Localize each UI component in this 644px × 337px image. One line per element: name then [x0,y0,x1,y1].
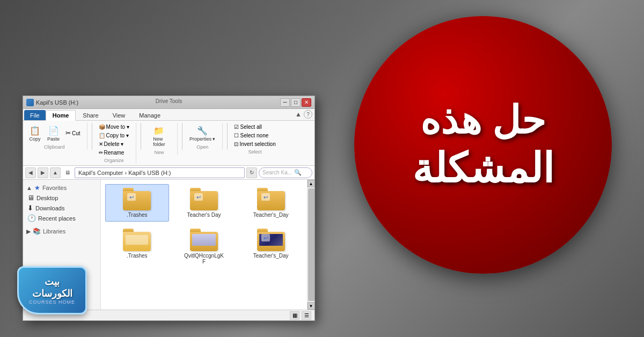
cut-button[interactable]: ✂ Cut [63,128,83,138]
ribbon-tabs: File Home Share View Manage ▲ ? [23,109,314,121]
maximize-button[interactable]: □ [291,98,301,107]
select-buttons: ☑Select all ☐Select none ⊡Invert selecti… [232,123,277,148]
desktop-label: Desktop [36,195,58,201]
clipboard-group: 📋 Copy 📄 Paste ✂ Cut Clipboard [26,123,87,150]
paste-icon: 📄 [48,124,60,136]
delete-button[interactable]: ✕Delete ▾ [97,140,131,148]
address-path[interactable]: Kapil's Computer › Kapil's USB (H:) [75,167,245,178]
tab-share[interactable]: Share [76,110,105,120]
scrollbar[interactable]: ▲ ▼ [307,180,314,310]
libraries-header[interactable]: ▶ 📚 Libraries [23,226,100,236]
file-item-trashes-1[interactable]: ↩ .Trashes [105,184,169,222]
address-bar: ◀ ▶ ▲ 🖥 Kapil's Computer › Kapil's USB (… [23,166,314,180]
organize-small-group: 📦Move to ▾ 📋Copy to ▾ ✕Delete ▾ ✏Rename [97,123,131,157]
downloads-icon: ⬇ [27,204,33,212]
clipboard-label: Clipboard [44,144,65,150]
sep3 [182,123,182,150]
open-group: 🔧 Properties ▾ Open [187,123,223,150]
favorites-label: Favorites [42,185,67,191]
select-none-button[interactable]: ☐Select none [232,131,277,140]
refresh-button[interactable]: ↻ [246,167,257,178]
arabic-text-top: حل هذه [420,99,546,142]
invert-selection-button[interactable]: ⊡Invert selection [232,140,277,148]
up-button[interactable]: ▲ [50,167,61,178]
sidebar-item-downloads[interactable]: ⬇ Downloads [23,203,100,213]
move-to-button[interactable]: 📦Move to ▾ [97,123,131,131]
properties-icon: 🔧 [196,124,208,136]
scroll-up[interactable]: ▲ [308,180,315,187]
copy-icon: 📋 [29,124,41,136]
tab-view[interactable]: View [106,110,133,120]
title-bar: Kapil's USB (H:) Drive Tools ─ □ ✕ [23,96,314,109]
search-placeholder: Search Ka... [262,170,292,175]
new-folder-icon: 📁 [153,124,165,136]
downloads-label: Downloads [35,205,64,211]
desktop-icon: 🖥 [27,194,34,202]
file-item-teachers-day-3[interactable]: ↩ Teacher's_Day [239,225,303,268]
scroll-down[interactable]: ▼ [308,302,315,310]
copy-button[interactable]: 📋 Copy [26,123,43,143]
paste-button[interactable]: 📄 Paste [45,123,62,143]
sidebar-item-recent[interactable]: 🕐 Recent places [23,213,100,223]
close-button[interactable]: ✕ [302,98,311,107]
file-area: ↩ .Trashes ↩ Teacher's Day ↩ [101,180,307,310]
file-item-teachers-day-1[interactable]: ↩ Teacher's Day [172,184,236,222]
file-name-teachers-3: Teacher's_Day [253,253,289,259]
computer-icon: 🖥 [62,167,73,178]
file-item-teachers-day-2[interactable]: ↩ Teacher's_Day [239,184,303,222]
folder-icon-qvit [190,229,218,251]
tab-home[interactable]: Home [46,110,76,121]
select-small-group: ☑Select all ☐Select none ⊡Invert selecti… [232,123,277,148]
logo-badge: بيت الكورسات COURSES HOME [17,266,87,314]
select-all-button[interactable]: ☑Select all [232,123,277,131]
sep2 [141,123,141,150]
libraries-label: Libraries [43,228,65,235]
sep1 [92,123,92,150]
rename-button[interactable]: ✏Rename [97,149,131,157]
red-circle-overlay: حل هذه المشكلة [354,16,612,274]
search-box[interactable]: Search Ka... 🔍 [259,167,312,178]
title-controls: ─ □ ✕ [280,98,311,107]
sidebar-item-desktop[interactable]: 🖥 Desktop [23,193,100,203]
new-label: New [154,150,164,155]
tab-file[interactable]: File [24,110,46,120]
file-name-qvit: QvitlQHccgnLgKF [182,253,225,265]
window-title: Kapil's USB (H:) [36,99,78,106]
properties-button[interactable]: 🔧 Properties ▾ [187,123,218,143]
file-item-trashes-2[interactable]: .Trashes [105,225,169,268]
organize-buttons: 📦Move to ▾ 📋Copy to ▾ ✕Delete ▾ ✏Rename [97,123,131,157]
file-item-qvit[interactable]: QvitlQHccgnLgKF [172,225,236,268]
folder-icon-teachers-1: ↩ [190,188,218,210]
copy-to-button[interactable]: 📋Copy to ▾ [97,131,131,140]
cut-icon: ✂ [65,129,71,137]
select-label: Select [248,149,262,155]
new-group: 📁 Newfolder New [145,123,178,155]
list-view-button[interactable]: ☰ [302,311,311,320]
file-name-teachers-2: Teacher's_Day [253,212,289,218]
icon-view-button[interactable]: ▦ [290,311,299,320]
ribbon-help[interactable]: ? [304,110,312,119]
folder-icon-trashes-2 [123,229,151,251]
logo-sub: COURSES HOME [29,299,75,305]
clipboard-buttons: 📋 Copy 📄 Paste ✂ Cut [26,123,83,143]
scroll-thumb[interactable] [308,188,314,301]
minimize-button[interactable]: ─ [280,98,290,107]
file-name-trashes-2: .Trashes [127,253,148,259]
folder-icon-teachers-2: ↩ [257,188,285,210]
logo-arabic-top: بيت [45,276,60,288]
drive-tools-label: Drive Tools [156,98,182,104]
file-name-teachers-1: Teacher's Day [187,212,221,218]
search-icon: 🔍 [294,169,302,176]
forward-button[interactable]: ▶ [38,167,48,178]
tab-manage[interactable]: Manage [132,110,167,120]
sep4 [227,123,228,150]
favorites-header[interactable]: ▲ ★ Favorites [23,183,100,193]
libraries-collapse: ▶ [26,228,31,235]
new-folder-button[interactable]: 📁 Newfolder [150,123,168,149]
open-label: Open [196,144,208,150]
recent-icon: 🕐 [27,214,36,222]
logo-arabic-bottom: الكورسات [32,288,72,299]
folder-icon-teachers-3: ↩ [257,229,285,251]
ribbon-up-arrow[interactable]: ▲ [295,111,302,118]
back-button[interactable]: ◀ [25,167,36,178]
